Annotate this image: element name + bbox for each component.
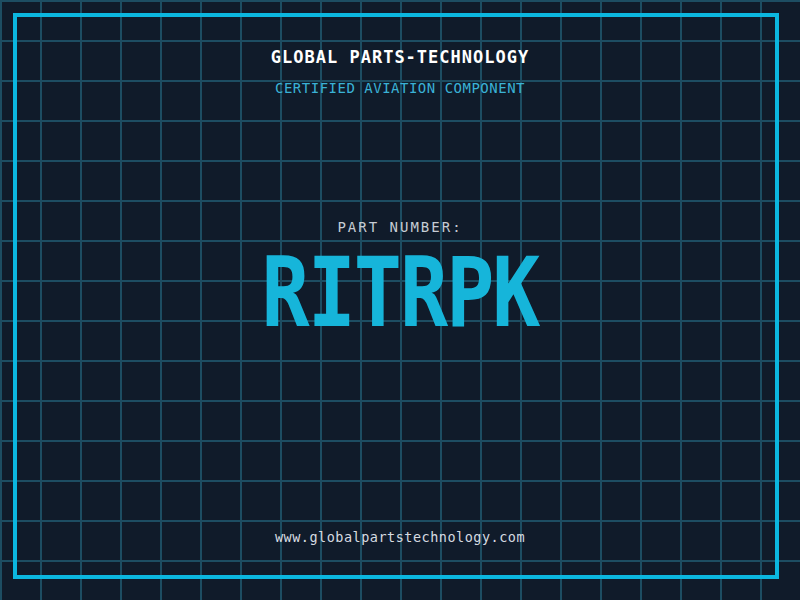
certification-subtitle: CERTIFIED AVIATION COMPONENT xyxy=(0,80,800,96)
website-url: www.globalpartstechnology.com xyxy=(0,529,800,545)
part-number-label: PART NUMBER: xyxy=(0,219,800,235)
certificate-screen: { "page": { "title": "GLOBAL PARTS-TECHN… xyxy=(0,0,800,600)
company-title: GLOBAL PARTS-TECHNOLOGY xyxy=(0,48,800,66)
part-number-value: RITRPK xyxy=(0,234,800,354)
